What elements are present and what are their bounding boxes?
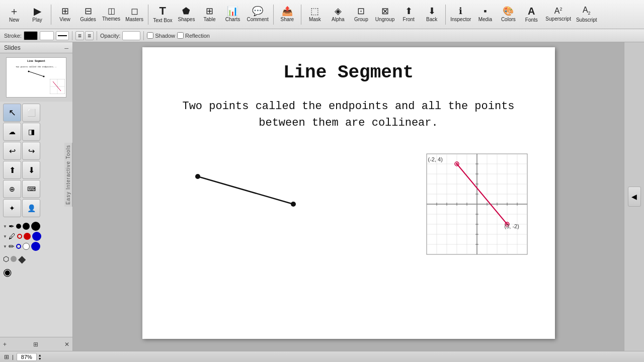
color-red-outline[interactable] <box>17 234 22 239</box>
ungroup-button[interactable]: ⊠ Ungroup <box>373 2 396 27</box>
superscript-label: Superscript <box>545 16 571 22</box>
share-label: Share <box>281 17 294 22</box>
eraser-icon[interactable]: ⬡ <box>3 255 9 263</box>
themes-button[interactable]: ◫ Themes <box>100 2 122 27</box>
color-black-large[interactable] <box>31 222 40 231</box>
format-bar: Stroke: ≡ ≡ Opacity: Shadow Reflection <box>0 29 644 42</box>
keyboard-tool[interactable]: ⌨ <box>22 180 40 198</box>
color-blue-outline[interactable] <box>16 244 21 249</box>
charts-icon: 📊 <box>227 7 238 16</box>
guides-label: Guides <box>80 17 96 22</box>
eraser-small[interactable] <box>11 256 17 262</box>
main-toolbar: ＋ New ▶ Play ⊞ View ⊟ Guides ◫ Themes ◻ … <box>0 0 644 29</box>
media-button[interactable]: ▪ Media <box>474 2 496 27</box>
add-slide-button[interactable]: + <box>3 341 7 348</box>
main-area: Slides – Line Segment Two points called … <box>0 42 644 351</box>
slides-close-button[interactable]: – <box>64 44 68 52</box>
shapes-icon: ⬟ <box>182 7 190 16</box>
redo-tool[interactable]: ↪ <box>22 142 40 160</box>
subscript-icon: A2 <box>583 6 591 16</box>
color-black-small[interactable] <box>16 224 21 229</box>
back-button[interactable]: ⬇ Back <box>421 2 443 27</box>
alpha-button[interactable]: ◈ Alpha <box>327 2 349 27</box>
align-right-button[interactable]: ≡ <box>85 31 94 40</box>
front-icon: ⬆ <box>405 7 413 16</box>
color-white-circle[interactable] <box>23 243 30 250</box>
comment-button[interactable]: 💬 Comment <box>245 2 270 27</box>
group-button[interactable]: ⊡ Group <box>350 2 372 27</box>
masters-button[interactable]: ◻ Masters <box>123 2 145 27</box>
share-button[interactable]: 📤 Share <box>276 2 298 27</box>
slide-title: Line Segment <box>168 62 530 83</box>
highlighter-icon[interactable]: 🖊 <box>9 232 16 240</box>
pen-thin-icon[interactable]: ✒ <box>9 222 15 230</box>
table-button[interactable]: ⊞ Table <box>198 2 220 27</box>
side-label: Easy Interactive Tools <box>64 143 72 207</box>
mask-button[interactable]: ⬚ Mask <box>304 2 326 27</box>
zoom-control: ▲ ▼ <box>17 353 42 361</box>
reflection-checkbox[interactable] <box>177 32 184 39</box>
slide-canvas[interactable]: Line Segment Two points called the endpo… <box>142 47 555 339</box>
textbox-button[interactable]: T Text Box <box>151 2 174 27</box>
slide-thumbnail-1[interactable]: Line Segment Two points called the endpo… <box>6 57 66 98</box>
zoom-down-button[interactable]: ▼ <box>38 357 42 360</box>
color-blue-solid[interactable] <box>31 242 40 251</box>
zoom-tool[interactable]: ⊕ <box>3 180 21 198</box>
stroke-color-swatch[interactable] <box>24 31 38 40</box>
stroke-width-box[interactable] <box>56 31 69 40</box>
charts-button[interactable]: 📊 Charts <box>221 2 244 27</box>
align-left-button[interactable]: ≡ <box>75 31 84 40</box>
coordinate-graph <box>424 151 530 257</box>
view-button[interactable]: ⊞ View <box>54 2 76 27</box>
eraser-medium[interactable]: ◆ <box>18 253 26 265</box>
up-tool[interactable]: ⬆ <box>3 161 21 179</box>
cloud-tool[interactable]: ☁ <box>3 123 21 141</box>
colors-button[interactable]: 🎨 Colors <box>497 2 519 27</box>
spotlight-icon[interactable]: ◉ <box>3 266 12 278</box>
rect-tool[interactable]: ⬜ <box>22 104 40 122</box>
undo-tool[interactable]: ↩ <box>3 142 21 160</box>
shape2-tool[interactable]: ◨ <box>22 123 40 141</box>
star-tool[interactable]: ✦ <box>3 199 21 217</box>
line-end-point <box>291 202 296 207</box>
fonts-button[interactable]: A Fonts <box>520 2 542 27</box>
slide-body-line2: between them are collinear. <box>259 117 438 129</box>
zoom-up-button[interactable]: ▲ <box>38 353 42 357</box>
inspector-button[interactable]: ℹ Inspector <box>448 2 473 27</box>
front-button[interactable]: ⬆ Front <box>397 2 420 27</box>
pen-thin-arrow: ▼ <box>3 224 7 229</box>
front-label: Front <box>403 17 415 22</box>
play-button[interactable]: ▶ Play <box>26 2 48 27</box>
status-bar: ⊞ | ▲ ▼ <box>0 351 644 362</box>
close-panel-button[interactable]: ✕ <box>64 341 69 348</box>
grid-view-button[interactable]: ⊞ <box>33 341 38 348</box>
mask-icon: ⬚ <box>310 7 319 16</box>
ungroup-label: Ungroup <box>375 17 394 22</box>
opacity-label: Opacity: <box>100 33 120 39</box>
new-button[interactable]: ＋ New <box>3 2 25 27</box>
person-tool[interactable]: 👤 <box>22 199 40 217</box>
inspector-icon: ℹ <box>459 7 462 16</box>
slide-count: | <box>12 354 14 360</box>
toolbar-sep-5 <box>445 5 446 25</box>
down-tool[interactable]: ⬇ <box>22 161 40 179</box>
stroke-fill-swatch[interactable] <box>40 31 54 40</box>
subscript-button[interactable]: A2 Subscript <box>574 2 599 27</box>
color-black-medium[interactable] <box>23 223 30 230</box>
superscript-button[interactable]: A2 Superscript <box>543 2 573 27</box>
pen-thick-icon[interactable]: ✏ <box>9 242 15 250</box>
shapes-button[interactable]: ⬟ Shapes <box>175 2 197 27</box>
slides-panel-title: Slides <box>4 44 21 51</box>
zoom-input[interactable] <box>17 353 37 361</box>
guides-button[interactable]: ⊟ Guides <box>77 2 99 27</box>
slide-body: Two points called the endpoints and all … <box>168 98 530 131</box>
opacity-input[interactable] <box>122 31 140 40</box>
right-panel: ◀ <box>624 42 644 351</box>
superscript-icon: A2 <box>554 7 562 15</box>
color-blue-large[interactable] <box>32 232 41 241</box>
collapse-right-panel-button[interactable]: ◀ <box>628 187 641 207</box>
cursor-tool[interactable]: ↖ <box>3 104 21 122</box>
color-red-medium[interactable] <box>24 233 31 240</box>
shadow-checkbox[interactable] <box>147 32 153 39</box>
subscript-label: Subscript <box>576 17 597 23</box>
